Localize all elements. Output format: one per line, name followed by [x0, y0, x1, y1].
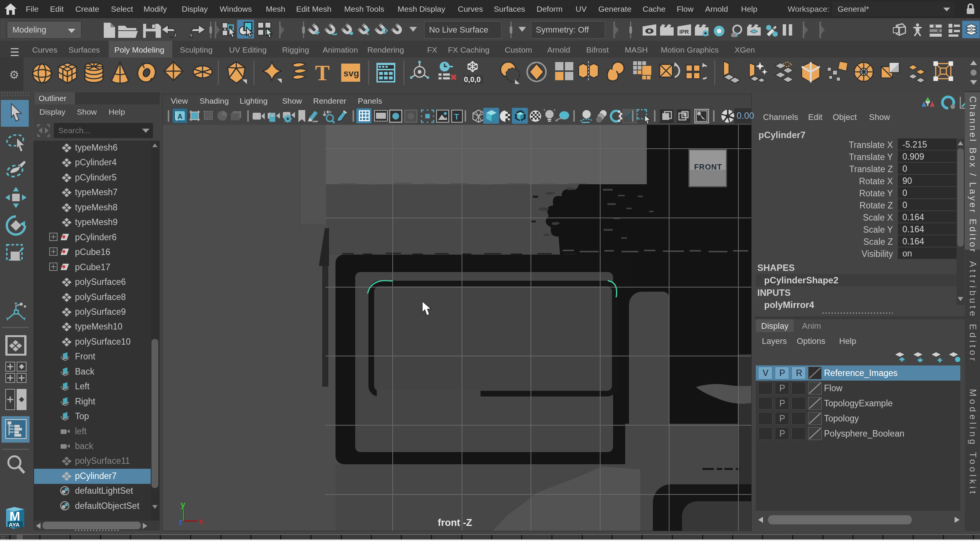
- svg-text:svg: svg: [344, 68, 359, 78]
- svg-text:0,0,0: 0,0,0: [464, 75, 480, 84]
- svg-text:x: x: [735, 31, 738, 37]
- svg-text:y: y: [181, 501, 186, 509]
- svg-text:z: z: [178, 517, 183, 527]
- svg-text:T: T: [315, 60, 330, 85]
- svg-text:IPR: IPR: [679, 29, 689, 35]
- svg-text:T: T: [454, 112, 459, 121]
- svg-text:A: A: [178, 113, 183, 120]
- svg-text:x: x: [199, 516, 204, 526]
- svg-text:M: M: [10, 509, 20, 523]
